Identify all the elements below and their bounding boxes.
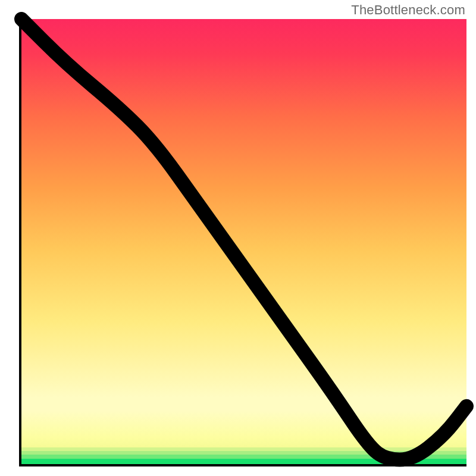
chart-svg: [21, 19, 466, 464]
bottleneck-curve-path: [21, 19, 466, 460]
watermark-text: TheBottleneck.com: [351, 2, 465, 18]
chart-area: [19, 19, 466, 466]
